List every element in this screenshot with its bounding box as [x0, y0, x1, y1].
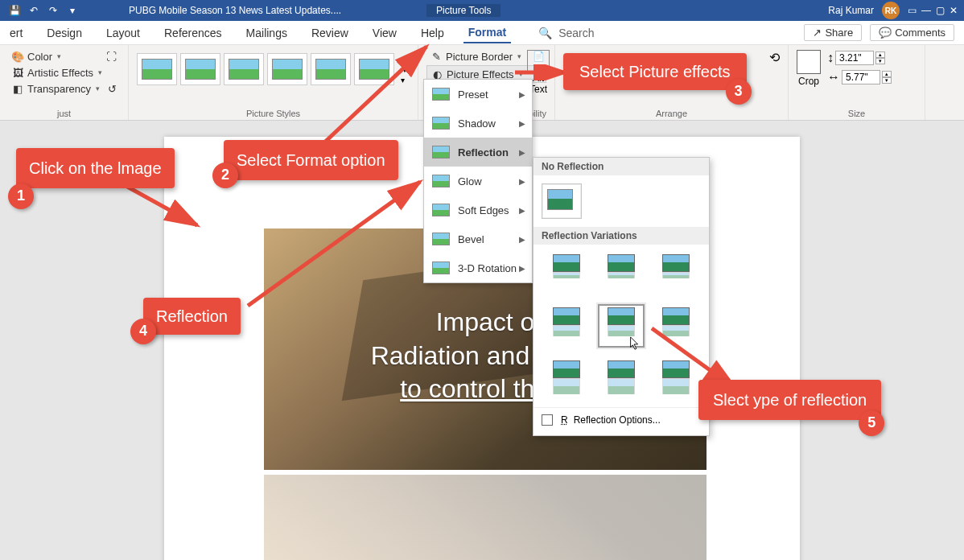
crop-button[interactable]: Crop [797, 76, 821, 87]
rotate-icon[interactable]: ⟲ [769, 50, 780, 65]
ribbon-options-icon[interactable]: ▭ [908, 5, 917, 16]
undo-icon[interactable]: ↶ [27, 4, 40, 17]
effects-bevel[interactable]: Bevel▶ [424, 224, 532, 253]
quick-access-toolbar: 💾 ↶ ↷ ▾ [0, 4, 87, 17]
search-label[interactable]: Search [558, 27, 594, 39]
gallery-more-icon[interactable]: ▾ [401, 76, 409, 84]
save-icon[interactable]: 💾 [8, 4, 21, 17]
effects-3d-rotation[interactable]: 3-D Rotation▶ [424, 253, 532, 282]
reflection-variation[interactable] [545, 359, 588, 399]
ribbon-tabs: ert Design Layout References Mailings Re… [0, 21, 964, 45]
style-preset[interactable] [180, 53, 220, 85]
reflection-variation[interactable] [654, 306, 698, 346]
artistic-effects-button[interactable]: 🖼Artistic Effects▾ [8, 64, 120, 80]
user-avatar[interactable]: RK [882, 2, 900, 19]
image-reflection [264, 475, 707, 560]
size-group-label: Size [797, 107, 917, 118]
callout-4: Reflection 4 [143, 298, 241, 335]
tab-mailings[interactable]: Mailings [241, 23, 292, 43]
minimize-icon[interactable]: — [921, 5, 931, 16]
crop-icon[interactable] [797, 50, 821, 74]
effects-shadow[interactable]: Shadow▶ [424, 109, 532, 138]
adjust-group-label: just [8, 107, 120, 118]
reset-icon[interactable]: ↺ [108, 83, 117, 95]
reflection-variation[interactable] [599, 359, 643, 399]
no-reflection-header: No Reflection [533, 158, 709, 175]
redo-icon[interactable]: ↷ [47, 4, 60, 17]
variations-header: Reflection Variations [533, 227, 709, 245]
style-preset[interactable] [224, 53, 264, 85]
styles-group-label: Picture Styles [137, 107, 410, 118]
tab-view[interactable]: View [368, 23, 402, 43]
tab-format[interactable]: Format [463, 23, 511, 43]
maximize-icon[interactable]: ▢ [936, 5, 945, 16]
cursor-icon [629, 336, 641, 351]
user-name: Raj Kumar [828, 5, 874, 16]
tab-review[interactable]: Review [307, 23, 353, 43]
height-down[interactable]: ▾ [875, 58, 885, 64]
style-preset[interactable] [354, 53, 394, 85]
callout-1: Click on the lmage 1 [16, 148, 175, 188]
reflection-variation[interactable] [599, 253, 643, 293]
qat-more-icon[interactable]: ▾ [66, 4, 79, 17]
comments-button[interactable]: 💬 Comments [870, 24, 954, 41]
title-bar: 💾 ↶ ↷ ▾ PUBG Mobile Season 13 News Lates… [0, 0, 964, 21]
picture-effects-menu: Preset▶ Shadow▶ Reflection▶ Glow▶ Soft E… [423, 79, 533, 283]
color-button[interactable]: 🎨Color▾ ⛶ [8, 48, 120, 64]
effects-glow[interactable]: Glow▶ [424, 167, 532, 196]
tab-layout[interactable]: Layout [101, 23, 145, 43]
effects-reflection[interactable]: Reflection▶ [424, 138, 532, 167]
callout-2: Select Format option 2 [224, 140, 398, 180]
effects-soft-edges[interactable]: Soft Edges▶ [424, 196, 532, 224]
search-icon[interactable]: 🔍 [538, 27, 552, 39]
height-icon: ↕ [827, 51, 834, 65]
reflection-variation[interactable] [545, 253, 588, 293]
compress-icon[interactable]: ⛶ [106, 51, 117, 63]
picture-styles-gallery[interactable]: ▲ ▼ ▾ [137, 48, 410, 90]
width-icon: ↔ [827, 70, 840, 84]
style-preset[interactable] [267, 53, 307, 85]
options-icon [542, 414, 553, 426]
close-icon[interactable]: ✕ [950, 5, 958, 16]
callout-5: Slect ype of reflection 5 [698, 380, 881, 420]
tab-insert[interactable]: ert [5, 23, 27, 43]
width-input[interactable] [842, 70, 880, 84]
reflection-variation[interactable] [654, 253, 698, 293]
style-preset[interactable] [137, 53, 177, 85]
transparency-button[interactable]: ◧Transparency▾ ↺ [8, 80, 120, 97]
effects-preset[interactable]: Preset▶ [424, 80, 532, 109]
tab-references[interactable]: References [159, 23, 227, 43]
style-preset[interactable] [311, 53, 351, 85]
height-input[interactable] [835, 51, 874, 65]
document-title: PUBG Mobile Season 13 News Latest Update… [129, 5, 341, 16]
contextual-tab-label: Picture Tools [418, 3, 509, 18]
no-reflection-option[interactable] [542, 183, 582, 219]
gallery-up-icon[interactable]: ▲ [401, 55, 409, 64]
width-up[interactable]: ▴ [882, 71, 892, 77]
reflection-variation[interactable] [654, 359, 698, 399]
tab-design[interactable]: Design [42, 23, 87, 43]
callout-3: Select Picture effects 3 [563, 53, 747, 90]
reflection-submenu: No Reflection Reflection Variations RRef… [533, 157, 710, 436]
arrange-group-label: Arrange [563, 107, 780, 118]
height-up[interactable]: ▴ [875, 51, 885, 58]
gallery-down-icon[interactable]: ▼ [401, 65, 409, 74]
tab-help[interactable]: Help [416, 23, 449, 43]
width-down[interactable]: ▾ [882, 77, 892, 84]
reflection-options[interactable]: RReflection Options... [533, 407, 709, 432]
share-button[interactable]: ↗ Share [804, 24, 862, 41]
reflection-variation[interactable] [545, 306, 588, 346]
